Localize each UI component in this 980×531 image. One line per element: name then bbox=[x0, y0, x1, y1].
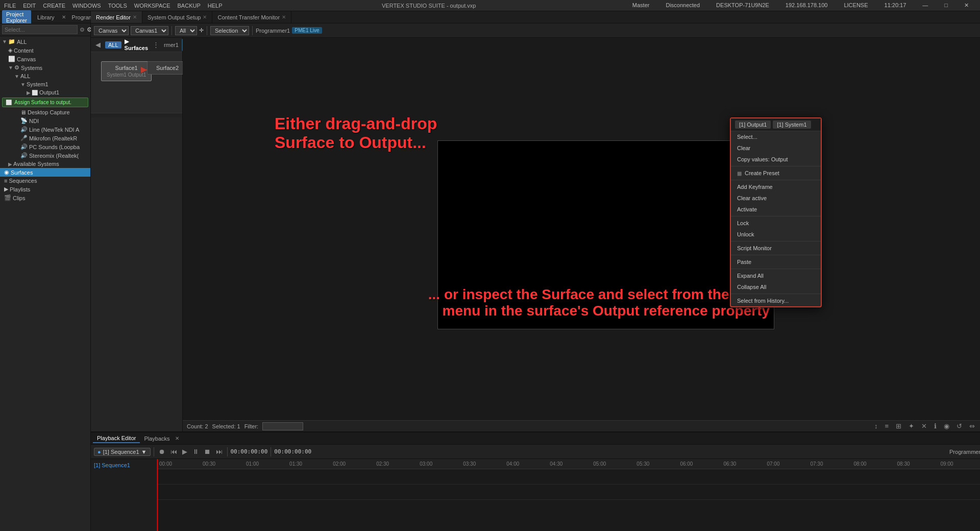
tree-item-desktop-capture[interactable]: 🖥 Desktop Capture bbox=[0, 108, 90, 116]
cm-clear-active[interactable]: Clear active bbox=[731, 192, 821, 204]
cm-script-monitor[interactable]: Script Monitor bbox=[731, 243, 821, 254]
play-btn[interactable]: ▶ bbox=[181, 447, 189, 456]
canvas-tool-6[interactable]: ℹ bbox=[933, 422, 938, 430]
cm-collapse-all[interactable]: Collapse All bbox=[731, 281, 821, 293]
tab-render-editor[interactable]: Render Editor ✕ bbox=[91, 11, 142, 23]
canvas-tool-rotate[interactable]: ↺ bbox=[955, 422, 964, 430]
sidebar: Project Explorer Library ✕ Programmer ✕ … bbox=[0, 11, 91, 531]
nav-select-icon[interactable]: ⋮ bbox=[151, 40, 161, 49]
tree-item-canvas[interactable]: ⬜ Canvas bbox=[0, 55, 90, 63]
menu-tools[interactable]: TOOLS bbox=[108, 3, 127, 9]
nav-left-icon[interactable]: ◀ bbox=[94, 40, 102, 49]
menu-edit[interactable]: EDIT bbox=[23, 3, 36, 9]
cm-separator-2 bbox=[731, 180, 821, 180]
cm-lock[interactable]: Lock bbox=[731, 218, 821, 229]
all-badge[interactable]: ALL bbox=[105, 41, 121, 49]
record-btn[interactable]: ⏺ bbox=[157, 447, 167, 456]
tree-item-all[interactable]: ▼ 📁 ALL bbox=[0, 37, 90, 46]
tab-content-transfer[interactable]: Content Transfer Monitor ✕ bbox=[212, 11, 291, 23]
canvas-tool-3[interactable]: ⊞ bbox=[894, 422, 903, 430]
cm-clear[interactable]: Clear bbox=[731, 142, 821, 154]
desktop-name: DESKTOP-71U9N2E bbox=[716, 2, 769, 9]
tab-playback-editor[interactable]: Playback Editor bbox=[93, 434, 140, 443]
menu-backup[interactable]: BACKUP bbox=[178, 3, 201, 9]
tree-item-line[interactable]: 🔊 Line (NewTek NDI A bbox=[0, 125, 90, 134]
canvas-tool-4[interactable]: ✦ bbox=[907, 422, 916, 430]
cm-select[interactable]: Select... bbox=[731, 131, 821, 142]
active-dot: ● bbox=[97, 449, 101, 455]
tree-item-content[interactable]: ◈ Content bbox=[0, 46, 90, 55]
minimize-btn[interactable]: — bbox=[922, 2, 928, 9]
cm-select-history[interactable]: Select from History... bbox=[731, 295, 821, 306]
maximize-btn[interactable]: □ bbox=[944, 2, 948, 9]
cm-activate[interactable]: Activate bbox=[731, 204, 821, 215]
menu-workspace[interactable]: WORKSPACE bbox=[134, 3, 170, 9]
tree-item-system1[interactable]: ▼ System1 bbox=[0, 80, 90, 88]
render-editor-toolbar: Canvas Canvas1 All ✛ Selection Programme… bbox=[91, 23, 980, 38]
cm-add-keyframe[interactable]: Add Keyframe bbox=[731, 181, 821, 192]
tab-library[interactable]: Library bbox=[33, 13, 59, 21]
cm-create-preset[interactable]: ▦ Create Preset bbox=[731, 167, 821, 179]
surfaces-badge[interactable]: ▶ Surfaces bbox=[125, 38, 148, 51]
cm-output1-chip[interactable]: [1] Output1 bbox=[735, 120, 771, 129]
timeline-area[interactable]: 00:00 00:30 01:00 01:30 02:00 02:30 03:0… bbox=[157, 459, 980, 531]
crosshair-icon: ✛ bbox=[199, 27, 204, 34]
tree-item-mikrofon[interactable]: 🎤 Mikrofon (RealtekR bbox=[0, 134, 90, 142]
canvas-select[interactable]: Canvas bbox=[94, 26, 129, 35]
tree-item-surfaces[interactable]: ◉ Surfaces bbox=[0, 168, 90, 177]
tree-item-pc-sounds[interactable]: 🔊 PC Sounds (Loopba bbox=[0, 142, 90, 151]
menu-file[interactable]: FILE bbox=[4, 3, 16, 9]
tree-item-clips[interactable]: 🎬 Clips bbox=[0, 194, 90, 202]
status-bar: Master Disconnected DESKTOP-71U9N2E 192.… bbox=[628, 2, 976, 9]
stop-btn[interactable]: ⏹ bbox=[203, 447, 212, 456]
cm-separator-6 bbox=[731, 269, 821, 269]
menu-windows[interactable]: WINDOWS bbox=[72, 3, 101, 9]
tree-item-playlists[interactable]: ▶ Playlists bbox=[0, 185, 90, 194]
canvas-tool-5[interactable]: ✕ bbox=[920, 422, 928, 430]
tree-item-stereomix[interactable]: 🔊 Stereomix (Realtek( bbox=[0, 151, 90, 160]
timeline-track-2[interactable] bbox=[157, 485, 980, 500]
render-editor-close-icon[interactable]: ✕ bbox=[133, 14, 137, 20]
tree-item-sequences[interactable]: ≡ Sequences bbox=[0, 177, 90, 185]
duration-display: 00:00:00:00 bbox=[274, 448, 311, 455]
tree-item-output1[interactable]: ▶ ⬜ Output1 bbox=[0, 88, 90, 96]
surface2-node[interactable]: Surface2 bbox=[147, 61, 188, 75]
tree-item-systems[interactable]: ▼ ⚙ Systems bbox=[0, 63, 90, 72]
filter-input[interactable] bbox=[262, 422, 303, 430]
search-input[interactable] bbox=[2, 25, 78, 34]
cm-expand-all[interactable]: Expand All bbox=[731, 270, 821, 281]
playbacks-close-icon[interactable]: ✕ bbox=[175, 436, 179, 441]
content-transfer-close-icon[interactable]: ✕ bbox=[282, 14, 286, 20]
sequence-selector[interactable]: ● [1] Sequence1 ▼ bbox=[94, 448, 151, 456]
all-select[interactable]: All bbox=[175, 26, 197, 35]
forward-btn[interactable]: ⏭ bbox=[214, 447, 224, 456]
cm-copy-values[interactable]: Copy values: Output bbox=[731, 154, 821, 165]
pause-btn[interactable]: ⏸ bbox=[191, 447, 201, 456]
canvas-tool-8[interactable]: ⇔ bbox=[968, 422, 976, 430]
close-btn[interactable]: ✕ bbox=[964, 2, 969, 9]
timeline-track-1[interactable] bbox=[157, 469, 980, 485]
menu-create[interactable]: CREATE bbox=[43, 3, 65, 9]
canvas-tool-2[interactable]: ≡ bbox=[884, 422, 891, 430]
canvas1-select[interactable]: Canvas1 bbox=[131, 26, 168, 35]
sequence-dropdown-icon[interactable]: ▼ bbox=[141, 449, 147, 455]
library-tab-close[interactable]: ✕ bbox=[62, 14, 66, 20]
cm-unlock[interactable]: Unlock bbox=[731, 229, 821, 240]
system-output-close-icon[interactable]: ✕ bbox=[203, 14, 207, 20]
selection-select[interactable]: Selection bbox=[210, 26, 249, 35]
tree-item-ndi[interactable]: 📡 NDI bbox=[0, 116, 90, 125]
tab-project-explorer[interactable]: Project Explorer bbox=[2, 10, 31, 25]
tab-system-output[interactable]: System Output Setup ✕ bbox=[142, 11, 213, 23]
surface1-node[interactable]: Surface1 System1 Output1 bbox=[101, 61, 152, 81]
tree-item-available-systems[interactable]: ▶ Available Systems bbox=[0, 160, 90, 168]
canvas-tool-7[interactable]: ◉ bbox=[942, 422, 951, 430]
assign-tooltip: ⬜ Assign Surface to output. bbox=[2, 98, 88, 107]
rewind-btn[interactable]: ⏮ bbox=[169, 447, 179, 456]
tab-playbacks[interactable]: Playbacks bbox=[140, 435, 174, 443]
ip-address: 192.168.178.100 bbox=[786, 2, 828, 9]
canvas-tool-1[interactable]: ↕ bbox=[873, 422, 879, 430]
cm-system1-chip[interactable]: [1] System1 bbox=[773, 120, 811, 129]
cm-paste[interactable]: Paste bbox=[731, 256, 821, 268]
tree-item-all2[interactable]: ▼ ALL bbox=[0, 72, 90, 80]
menu-help[interactable]: HELP bbox=[208, 3, 223, 9]
